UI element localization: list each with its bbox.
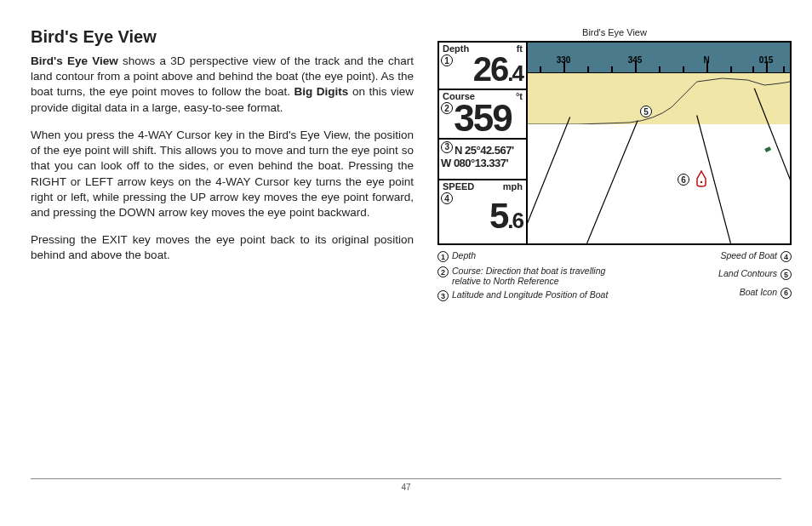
callout-4: 4 [441, 192, 453, 204]
compass-strip: 330 345 N 015 [528, 51, 790, 73]
paragraph-1: Bird's Eye View shows a 3D perspective v… [31, 54, 414, 116]
speed-unit: mph [503, 181, 523, 192]
speed-box: SPEED mph 4 5.6 [439, 180, 526, 243]
latitude: N 25°42.567' [455, 145, 524, 157]
depth-box: Depth ft 26.4 1 [439, 43, 526, 90]
latlon-box: 3 N 25°42.567' W 080°13.337' [439, 140, 526, 180]
legend-num-6: 6 [781, 288, 792, 299]
depth-decimal: .4 [507, 60, 523, 86]
depth-value: 26 [473, 50, 508, 88]
legend-5: Land Contours [718, 268, 777, 278]
legend-6: Boat Icon [740, 287, 777, 297]
depth-unit: ft [517, 43, 523, 54]
data-panel: Depth ft 26.4 1 Course °t 359 2 3 N [439, 43, 528, 243]
callout-5: 5 [640, 106, 652, 117]
legend-4: Speed of Boat [720, 250, 777, 260]
course-unit: °t [516, 91, 523, 101]
course-box: Course °t 359 2 [439, 90, 526, 140]
legend-num-3: 3 [437, 290, 449, 301]
para1-lead: Bird's Eye View [31, 54, 118, 67]
legend-num-5: 5 [781, 269, 792, 280]
legend-3: Latitude and Longitude Position of Boat [452, 289, 608, 300]
page-title: Bird's Eye View [31, 27, 414, 47]
legend-num-4: 4 [781, 251, 792, 262]
paragraph-2: When you press the 4-WAY Cursor key in t… [31, 128, 414, 220]
legend-2: Course: Direction that boat is travellin… [452, 266, 631, 286]
longitude: W 080°13.337' [441, 157, 524, 170]
svg-line-0 [528, 117, 570, 243]
paragraph-3: Pressing the EXIT key moves the eye poin… [31, 232, 414, 263]
figure-caption: Bird's Eye View [437, 27, 792, 37]
course-value: 359 [443, 101, 523, 135]
svg-line-1 [587, 120, 638, 243]
page-number: 47 [401, 483, 410, 492]
callout-6: 6 [678, 174, 689, 186]
legend-1: Depth [452, 250, 476, 260]
speed-value: 5 [489, 196, 507, 236]
speed-label: SPEED [443, 181, 474, 192]
birds-eye-view-figure: Depth ft 26.4 1 Course °t 359 2 3 N [437, 41, 792, 245]
page-footer: 47 [31, 478, 781, 492]
callout-2: 2 [441, 102, 453, 114]
depth-label: Depth [443, 43, 469, 54]
boat-icon [695, 170, 708, 187]
speed-decimal: .6 [507, 208, 523, 233]
svg-line-3 [754, 89, 790, 243]
callout-1: 1 [441, 54, 453, 66]
perspective-view: 330 345 N 015 [528, 43, 790, 243]
legend-num-2: 2 [437, 266, 449, 277]
legend-num-1: 1 [437, 251, 449, 262]
callout-3: 3 [441, 141, 453, 153]
figure-legend: 1Depth 2Course: Direction that boat is t… [437, 250, 792, 301]
svg-point-4 [700, 181, 702, 183]
para1-bold2: Big Digits [294, 85, 349, 98]
